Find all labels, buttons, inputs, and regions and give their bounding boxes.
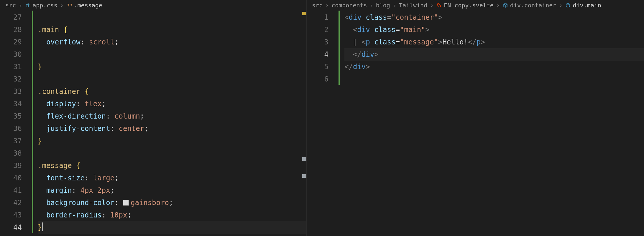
code-line[interactable]: display: flex; bbox=[38, 98, 306, 110]
overview-marker[interactable] bbox=[302, 174, 306, 178]
chevron-right-icon: › bbox=[19, 2, 22, 9]
line-number[interactable]: 43 bbox=[0, 209, 22, 221]
breadcrumb-symbol[interactable]: div.main bbox=[565, 2, 601, 9]
line-number[interactable]: 5 bbox=[307, 61, 328, 73]
text-cursor bbox=[42, 222, 43, 231]
code-line[interactable]: </div> bbox=[344, 61, 644, 73]
breadcrumb-folder[interactable]: src bbox=[5, 2, 16, 9]
line-number[interactable]: 42 bbox=[0, 197, 22, 209]
line-number[interactable]: 35 bbox=[0, 110, 22, 122]
line-number[interactable]: 6 bbox=[307, 73, 328, 85]
chevron-right-icon: › bbox=[60, 2, 63, 9]
code-line[interactable] bbox=[38, 48, 306, 61]
cube-icon bbox=[502, 2, 508, 8]
code-line[interactable] bbox=[344, 73, 644, 85]
line-number[interactable]: 28 bbox=[0, 24, 22, 36]
line-number[interactable]: 41 bbox=[0, 184, 22, 197]
chevron-right-icon: › bbox=[325, 2, 329, 9]
line-number[interactable]: 30 bbox=[0, 48, 22, 61]
hash-icon bbox=[25, 2, 31, 8]
line-number[interactable]: 37 bbox=[0, 135, 22, 147]
code-line[interactable]: justify-content: center; bbox=[38, 122, 306, 135]
breadcrumb-label: Tailwind bbox=[399, 2, 427, 9]
breadcrumb[interactable]: src › components › blog › Tailwind › EN … bbox=[307, 0, 644, 11]
code-editor[interactable]: 272829303132333435363738394041424344 .ma… bbox=[0, 11, 306, 236]
line-number[interactable]: 32 bbox=[0, 73, 22, 85]
line-number[interactable]: 39 bbox=[0, 159, 22, 172]
line-number-gutter[interactable]: 123456 bbox=[307, 11, 339, 236]
css-rule-icon bbox=[66, 2, 72, 8]
code-line[interactable]: } bbox=[38, 135, 306, 147]
editor-pane-left: src › app.css › .message 272829303132333… bbox=[0, 0, 307, 236]
breadcrumb-label: src bbox=[5, 2, 16, 9]
breadcrumb-label: div.main bbox=[573, 2, 601, 9]
line-number[interactable]: 3 bbox=[307, 36, 328, 48]
code-line[interactable]: <div class="container"> bbox=[344, 11, 644, 24]
overview-marker[interactable] bbox=[302, 12, 306, 15]
line-number[interactable]: 4 bbox=[307, 48, 328, 61]
line-number[interactable]: 44 bbox=[0, 221, 22, 234]
code-line[interactable]: flex-direction: column; bbox=[38, 110, 306, 122]
code-editor[interactable]: 123456 <div class="container"> <div clas… bbox=[307, 11, 644, 236]
line-number[interactable]: 1 bbox=[307, 11, 328, 24]
line-number[interactable]: 38 bbox=[0, 147, 22, 159]
line-number-gutter[interactable]: 272829303132333435363738394041424344 bbox=[0, 11, 32, 236]
code-line[interactable] bbox=[38, 147, 306, 159]
line-number[interactable]: 33 bbox=[0, 85, 22, 98]
code-line[interactable]: .message { bbox=[38, 159, 306, 172]
breadcrumb-label: blog bbox=[376, 2, 390, 9]
chevron-right-icon: › bbox=[430, 2, 433, 9]
code-line[interactable]: .container { bbox=[38, 85, 306, 98]
line-number[interactable]: 40 bbox=[0, 172, 22, 184]
code-line[interactable]: font-size: large; bbox=[38, 172, 306, 184]
code-line[interactable]: } bbox=[38, 221, 306, 234]
overview-marker[interactable] bbox=[302, 157, 306, 161]
svelte-icon bbox=[436, 2, 442, 8]
chevron-right-icon: › bbox=[496, 2, 500, 9]
breadcrumb-folder[interactable]: components bbox=[331, 2, 367, 9]
breadcrumb-symbol[interactable]: div.container bbox=[502, 2, 556, 9]
breadcrumb-label: app.css bbox=[32, 2, 57, 9]
breadcrumb[interactable]: src › app.css › .message bbox=[0, 0, 306, 11]
breadcrumb-label: EN copy.svelte bbox=[444, 2, 494, 9]
breadcrumb-label: src bbox=[312, 2, 323, 9]
line-number[interactable]: 31 bbox=[0, 61, 22, 73]
breadcrumb-folder[interactable]: Tailwind bbox=[399, 2, 427, 9]
overview-ruler[interactable] bbox=[302, 11, 306, 236]
code-area[interactable]: <div class="container"> <div class="main… bbox=[339, 11, 644, 236]
breadcrumb-label: div.container bbox=[510, 2, 556, 9]
code-line[interactable]: | <p class="message">Hello!</p> bbox=[344, 36, 644, 48]
line-number[interactable]: 27 bbox=[0, 11, 22, 24]
code-line[interactable]: margin: 4px 2px; bbox=[38, 184, 306, 197]
breadcrumb-symbol[interactable]: .message bbox=[66, 2, 102, 9]
line-number[interactable]: 34 bbox=[0, 98, 22, 110]
line-number[interactable]: 36 bbox=[0, 122, 22, 135]
breadcrumb-label: .message bbox=[74, 2, 102, 9]
code-line[interactable]: <div class="main"> bbox=[344, 24, 644, 36]
breadcrumb-folder[interactable]: blog bbox=[376, 2, 390, 9]
code-line[interactable]: } bbox=[38, 61, 306, 73]
code-line[interactable]: .main { bbox=[38, 24, 306, 36]
code-line[interactable] bbox=[38, 11, 306, 24]
breadcrumb-folder[interactable]: src bbox=[312, 2, 323, 9]
code-area[interactable]: .main { overflow: scroll;}.container { d… bbox=[32, 11, 306, 236]
code-line[interactable]: </div> bbox=[344, 48, 644, 61]
code-line[interactable]: border-radius: 10px; bbox=[38, 209, 306, 221]
code-line[interactable] bbox=[38, 73, 306, 85]
chevron-right-icon: › bbox=[559, 2, 562, 9]
color-swatch[interactable] bbox=[123, 200, 129, 206]
cube-icon bbox=[565, 2, 571, 8]
line-number[interactable]: 29 bbox=[0, 36, 22, 48]
editor-pane-right: src › components › blog › Tailwind › EN … bbox=[307, 0, 644, 236]
chevron-right-icon: › bbox=[370, 2, 373, 9]
code-line[interactable]: overflow: scroll; bbox=[38, 36, 306, 48]
breadcrumb-file[interactable]: app.css bbox=[25, 2, 57, 9]
breadcrumb-label: components bbox=[331, 2, 367, 9]
chevron-right-icon: › bbox=[393, 2, 396, 9]
code-line[interactable]: background-color: gainsboro; bbox=[38, 197, 306, 209]
breadcrumb-file[interactable]: EN copy.svelte bbox=[436, 2, 494, 9]
line-number[interactable]: 2 bbox=[307, 24, 328, 36]
